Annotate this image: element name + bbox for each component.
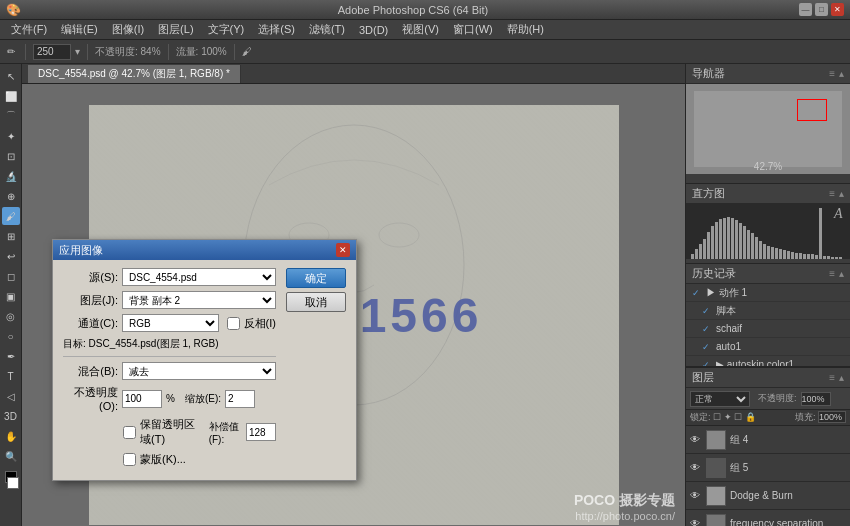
layer-visibility-icon[interactable]: 👁 [690,462,702,473]
dialog-channel-row: 通道(C): RGB 反相(I) [63,314,276,332]
dialog-layer-label: 图层(J): [63,293,118,308]
tool-shape[interactable]: ◁ [2,387,20,405]
layer-visibility-icon[interactable]: 👁 [690,518,702,526]
svg-rect-12 [727,217,730,259]
menu-file[interactable]: 文件(F) [4,20,54,39]
menu-window[interactable]: 窗口(W) [446,20,500,39]
menu-image[interactable]: 图像(I) [105,20,151,39]
close-button[interactable]: ✕ [831,3,844,16]
blend-mode-select[interactable]: 正常 [690,391,750,407]
histogram-title: 直方图 [692,186,825,201]
menu-help[interactable]: 帮助(H) [500,20,551,39]
layer-dodge-burn[interactable]: 👁 Dodge & Burn [686,482,850,510]
layer-group4[interactable]: 👁 组 4 [686,426,850,454]
fill-input[interactable] [818,411,846,423]
tool-blur[interactable]: ◎ [2,307,20,325]
maximize-button[interactable]: □ [815,3,828,16]
svg-rect-23 [771,247,774,259]
tool-crop[interactable]: ⊡ [2,147,20,165]
canvas-content[interactable]: 391566 应用图像 ✕ 源(S): DSC_45 [22,84,685,526]
layer-freq-sep[interactable]: 👁 frequency separation [686,510,850,526]
svg-rect-40 [839,257,842,259]
dialog-invert-checkbox[interactable] [227,317,240,330]
layer-label: Dodge & Burn [730,490,846,501]
layer-visibility-icon[interactable]: 👁 [690,490,702,501]
tool-gradient[interactable]: ▣ [2,287,20,305]
history-collapse-icon[interactable]: ▴ [839,268,844,279]
dialog-scale-input[interactable] [225,390,255,408]
layers-menu-icon[interactable]: ≡ [829,372,835,383]
dialog-transparency-label: 保留透明区域(T) [140,417,199,447]
dialog-transparency-checkbox[interactable] [123,426,136,439]
menu-layer[interactable]: 图层(L) [151,20,200,39]
svg-rect-17 [747,230,750,259]
poco-watermark: POCO 摄影专题 http://photo.poco.cn/ [574,492,675,524]
dialog-cancel-button[interactable]: 取消 [286,292,346,312]
svg-rect-11 [723,218,726,259]
tool-brush-tool[interactable]: 🖌 [2,207,20,225]
tool-spot-heal[interactable]: ⊕ [2,187,20,205]
tool-lasso[interactable]: ⌒ [2,107,20,125]
dialog-source-label: 源(S): [63,270,118,285]
dialog-opacity-input[interactable] [122,390,162,408]
history-item-script[interactable]: ✓ 脚本 [686,302,850,320]
menu-select[interactable]: 选择(S) [251,20,302,39]
svg-rect-25 [779,249,782,259]
history-item-auto1[interactable]: ✓ auto1 [686,338,850,356]
tool-magic-wand[interactable]: ✦ [2,127,20,145]
menu-edit[interactable]: 编辑(E) [54,20,105,39]
tool-eraser[interactable]: ◻ [2,267,20,285]
svg-rect-28 [791,252,794,259]
tool-dodge[interactable]: ○ [2,327,20,345]
tool-hand[interactable]: ✋ [2,427,20,445]
dialog-title: 应用图像 [59,243,103,258]
tool-move[interactable]: ↖ [2,67,20,85]
history-menu-icon[interactable]: ≡ [829,268,835,279]
histogram-menu-icon[interactable]: ≡ [829,188,835,199]
tool-brush[interactable]: ✏ [4,45,18,58]
svg-rect-31 [803,254,806,259]
history-item-schaif[interactable]: ✓ schaif [686,320,850,338]
dialog-title-bar[interactable]: 应用图像 ✕ [53,240,356,260]
dialog-layer-select[interactable]: 背景 副本 2 [122,291,276,309]
menu-text[interactable]: 文字(Y) [201,20,252,39]
layer-group5[interactable]: 👁 组 5 [686,454,850,482]
background-color[interactable] [7,477,19,489]
tool-3d[interactable]: 3D [2,407,20,425]
tool-select-rect[interactable]: ⬜ [2,87,20,105]
dialog-blend-select[interactable]: 减去 [122,362,276,380]
svg-rect-7 [707,232,710,259]
layer-visibility-icon[interactable]: 👁 [690,434,702,445]
navigator-thumbnail[interactable]: 42.7% [686,84,850,174]
history-item-action1[interactable]: ✓ ▶ 动作 1 [686,284,850,302]
tool-eyedropper[interactable]: 🔬 [2,167,20,185]
svg-rect-24 [775,248,778,259]
right-column: 导航器 ≡ ▴ 42.7% 直方图 ≡ ▴ [685,64,850,526]
menu-filter[interactable]: 滤镜(T) [302,20,352,39]
history-item-autoskin[interactable]: ✓ ▶ autoskin color1 [686,356,850,366]
layers-collapse-icon[interactable]: ▴ [839,372,844,383]
dialog-channel-select[interactable]: RGB [122,314,219,332]
dialog-mask-checkbox[interactable] [123,453,136,466]
tool-stamp[interactable]: ⊞ [2,227,20,245]
dialog-blend-row: 混合(B): 减去 [63,362,276,380]
tool-text[interactable]: T [2,367,20,385]
tool-pen[interactable]: ✒ [2,347,20,365]
tool-zoom[interactable]: 🔍 [2,447,20,465]
dialog-opacity-row: 不透明度(O): % 缩放(E): [63,385,276,412]
dialog-source-select[interactable]: DSC_4554.psd [122,268,276,286]
dialog-offset-input[interactable] [246,423,276,441]
histogram-collapse-icon[interactable]: ▴ [839,188,844,199]
menu-view[interactable]: 视图(V) [395,20,446,39]
navigator-collapse-icon[interactable]: ▴ [839,68,844,79]
dialog-close-button[interactable]: ✕ [336,243,350,257]
navigator-menu-icon[interactable]: ≡ [829,68,835,79]
tool-history-brush[interactable]: ↩ [2,247,20,265]
canvas-tab[interactable]: DSC_4554.psd @ 42.7% (图层 1, RGB/8) * [28,65,241,83]
menu-3d[interactable]: 3D(D) [352,22,395,38]
dialog-confirm-button[interactable]: 确定 [286,268,346,288]
minimize-button[interactable]: — [799,3,812,16]
opacity-input[interactable] [801,392,831,406]
poco-url: http://photo.poco.cn/ [574,508,675,524]
brush-size-input[interactable] [33,44,71,60]
